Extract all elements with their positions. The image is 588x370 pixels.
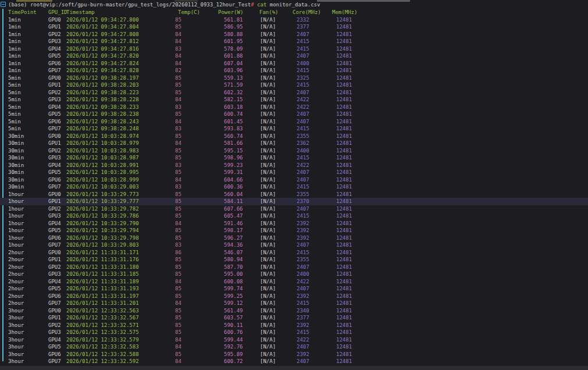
cell-fan: [N/A] (259, 133, 293, 140)
cell-temp: 84 (175, 52, 218, 60)
cell-core-mhz: 2407 (293, 358, 332, 365)
cell-gpu-id: GPU7 (48, 125, 66, 133)
cell-temp: 84 (175, 140, 218, 147)
cell-fan: [N/A] (259, 140, 293, 147)
table-row: 2hourGPU32026/01/12 11:33:31.18585595.00… (0, 271, 588, 278)
command-text: cat (254, 2, 270, 8)
cell-timepoint: 3hour (8, 343, 48, 351)
table-row: 3hourGPU22026/01/12 12:33:32.57185590.11… (0, 322, 588, 329)
cell-gpu-id: GPU0 (48, 133, 66, 140)
cell-timestamp: 2026/01/12 10:03:28.995 (66, 169, 175, 176)
cell-timestamp: 2026/01/12 10:33:29.777 (66, 198, 175, 205)
cell-power: 581.66 (218, 140, 259, 147)
cell-timepoint: 5min (8, 96, 48, 104)
cell-mem-mhz: 12481 (332, 89, 588, 97)
cell-fan: [N/A] (259, 249, 293, 257)
cell-fan: [N/A] (259, 169, 293, 176)
cell-temp: 83 (175, 104, 218, 111)
cell-mem-mhz: 12481 (332, 285, 588, 293)
cell-mem-mhz: 12481 (332, 329, 588, 336)
cell-mem-mhz: 12481 (332, 220, 588, 227)
cell-mem-mhz: 12481 (332, 31, 588, 38)
cell-timepoint: 5min (8, 104, 48, 111)
cell-timestamp: 2026/01/12 12:33:32.575 (66, 329, 175, 336)
table-row: 5minGPU42026/01/12 09:38:28.23383603.18[… (0, 104, 588, 111)
cell-mem-mhz: 12481 (332, 227, 588, 234)
cell-mem-mhz: 12481 (332, 234, 588, 242)
cell-power: 604.66 (218, 176, 259, 184)
cell-timepoint: 1min (8, 60, 48, 67)
cell-timepoint: 2hour (8, 285, 48, 293)
cell-power: 580.94 (218, 256, 259, 264)
cell-power: 599.74 (218, 285, 259, 293)
cell-mem-mhz: 12481 (332, 278, 588, 286)
terminal-screen[interactable]: (base) root@vip:/soft/gpu-burn-master/gp… (0, 0, 588, 370)
cell-fan: [N/A] (259, 278, 293, 286)
table-row: 2hourGPU12026/01/12 11:33:31.17685580.94… (0, 256, 588, 264)
cell-gpu-id: GPU4 (48, 104, 66, 111)
cell-timestamp: 2026/01/12 10:03:28.987 (66, 154, 175, 162)
table-row: 30minGPU32026/01/12 10:03:28.98785598.96… (0, 154, 588, 162)
cell-temp: 83 (175, 162, 218, 169)
cell-mem-mhz: 12481 (332, 183, 588, 191)
cell-timepoint: 3hour (8, 336, 48, 344)
cell-temp: 86 (175, 249, 218, 257)
cell-fan: [N/A] (259, 264, 293, 271)
cell-timestamp: 2026/01/12 09:38:28.233 (66, 104, 175, 111)
table-row: 1minGPU12026/01/12 09:34:27.80485586.95[… (0, 23, 588, 31)
table-row: 30minGPU42026/01/12 10:03:28.99183599.23… (0, 162, 588, 169)
cell-timestamp: 2026/01/12 11:33:31.185 (66, 271, 175, 278)
table-row: 5minGPU52026/01/12 09:38:28.23885600.74[… (0, 111, 588, 118)
cell-timestamp: 2026/01/12 10:33:29.794 (66, 227, 175, 234)
cell-core-mhz: 2400 (293, 60, 332, 67)
cell-fan: [N/A] (259, 205, 293, 213)
cell-fan: [N/A] (259, 45, 293, 53)
table-row: 3hourGPU32026/01/12 12:33:32.57585600.76… (0, 329, 588, 336)
cell-gpu-id: GPU4 (48, 45, 66, 53)
cell-fan: [N/A] (259, 154, 293, 162)
cell-mem-mhz: 12481 (332, 241, 588, 249)
cell-timepoint: 1min (8, 45, 48, 53)
cell-fan: [N/A] (259, 81, 293, 89)
cell-timepoint: 1hour (8, 220, 48, 227)
cell-core-mhz: 2370 (293, 198, 332, 205)
cell-power: 607.04 (218, 60, 259, 67)
cell-temp: 85 (175, 23, 218, 31)
cell-core-mhz: 2377 (293, 23, 332, 31)
cell-timestamp: 2026/01/12 09:34:27.820 (66, 52, 175, 60)
cell-gpu-id: GPU6 (48, 60, 66, 67)
cell-gpu-id: GPU6 (48, 351, 66, 358)
cell-gpu-id: GPU7 (48, 67, 66, 74)
cell-core-mhz: 2407 (293, 89, 332, 97)
table-rows: 1minGPU02026/01/12 09:34:27.80085561.81[… (0, 16, 588, 365)
cell-timestamp: 2026/01/12 09:34:27.808 (66, 31, 175, 38)
cell-core-mhz: 2415 (293, 38, 332, 45)
cell-temp: 85 (175, 81, 218, 89)
cell-timestamp: 2026/01/12 09:34:27.800 (66, 16, 175, 24)
cell-core-mhz: 2355 (293, 191, 332, 198)
cell-temp: 85 (175, 74, 218, 82)
cell-core-mhz: 2415 (293, 212, 332, 220)
cell-timepoint: 3hour (8, 314, 48, 322)
cell-gpu-id: GPU2 (48, 89, 66, 97)
cell-timepoint: 3hour (8, 358, 48, 365)
cell-core-mhz: 2392 (293, 322, 332, 329)
cell-fan: [N/A] (259, 322, 293, 329)
cell-fan: [N/A] (259, 227, 293, 234)
cell-power: 598.17 (218, 227, 259, 234)
cell-core-mhz: 2422 (293, 278, 332, 286)
cell-temp: 84 (175, 278, 218, 286)
cell-gpu-id: GPU7 (48, 241, 66, 249)
cell-timestamp: 2026/01/12 10:33:29.786 (66, 212, 175, 220)
table-row: 1minGPU52026/01/12 09:34:27.82084601.88[… (0, 52, 588, 60)
cell-timepoint: 1hour (8, 198, 48, 205)
cell-timestamp: 2026/01/12 10:33:29.803 (66, 241, 175, 249)
table-row: 1minGPU22026/01/12 09:34:27.80884580.88[… (0, 31, 588, 38)
cell-mem-mhz: 12481 (332, 52, 588, 60)
cell-temp: 84 (175, 358, 218, 365)
horizontal-scrollbar[interactable] (0, 366, 588, 370)
cell-mem-mhz: 12481 (332, 271, 588, 278)
cell-timestamp: 2026/01/12 09:38:28.228 (66, 96, 175, 104)
cell-mem-mhz: 12481 (332, 16, 588, 24)
cell-fan: [N/A] (259, 351, 293, 358)
